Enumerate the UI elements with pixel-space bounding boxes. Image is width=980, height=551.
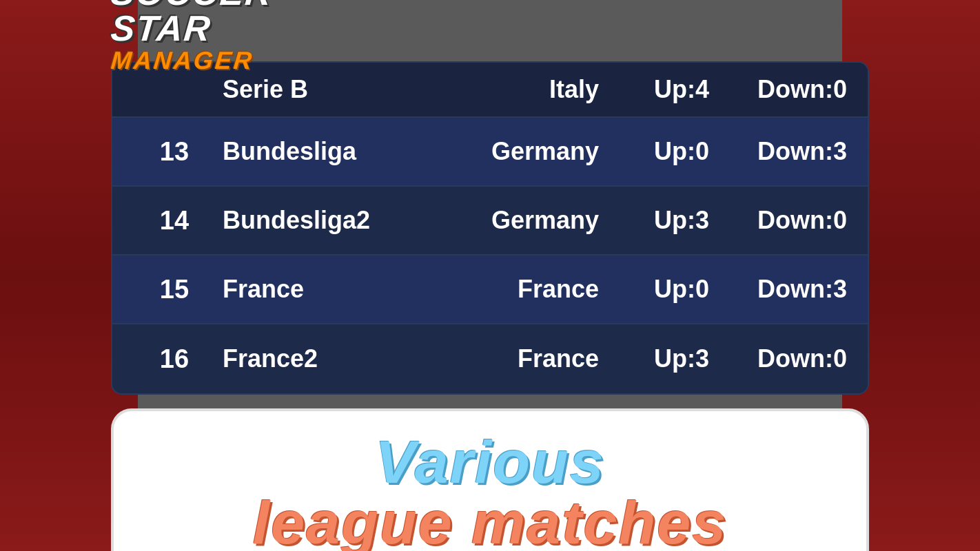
row-up: Up:0 (599, 137, 709, 166)
scene: SOCCER STAR MANAGER Serie B Italy Up:4 D… (0, 0, 980, 551)
header-country: Italy (447, 75, 599, 104)
row-up: Up:0 (599, 275, 709, 304)
table-row[interactable]: 14 Bundesliga2 Germany Up:3 Down:0 (112, 187, 868, 256)
row-up: Up:3 (599, 206, 709, 235)
header-up: Up:4 (599, 75, 709, 104)
row-country: France (447, 275, 599, 304)
header-down: Down:0 (709, 75, 847, 104)
row-country: France (447, 344, 599, 373)
row-league: France2 (216, 344, 447, 373)
row-number: 13 (133, 137, 216, 167)
row-number: 14 (133, 206, 216, 236)
row-down: Down:0 (709, 206, 847, 235)
row-down: Down:3 (709, 137, 847, 166)
banner-line2: league matches (141, 492, 839, 551)
logo-star: STAR (110, 10, 871, 46)
row-country: Germany (447, 206, 599, 235)
row-league: Bundesliga2 (216, 206, 447, 235)
row-down: Down:0 (709, 344, 847, 373)
row-country: Germany (447, 137, 599, 166)
header-league: Serie B (223, 75, 447, 104)
banner-line1: Various (141, 432, 839, 492)
logo: SOCCER STAR MANAGER (111, 0, 869, 75)
logo-manager: MANAGER (110, 46, 870, 75)
logo-soccer: SOCCER (110, 0, 871, 10)
table-row[interactable]: 13 Bundesliga Germany Up:0 Down:3 (112, 118, 868, 187)
table-row[interactable]: 16 France2 France Up:3 Down:0 (112, 324, 868, 393)
main-panel: SOCCER STAR MANAGER Serie B Italy Up:4 D… (111, 0, 869, 551)
league-table: Serie B Italy Up:4 Down:0 13 Bundesliga … (111, 61, 869, 395)
row-league: Bundesliga (216, 137, 447, 166)
bottom-banner: Various league matches (111, 408, 869, 551)
row-league: France (216, 275, 447, 304)
row-number: 15 (133, 275, 216, 304)
table-row[interactable]: 15 France France Up:0 Down:3 (112, 256, 868, 324)
row-down: Down:3 (709, 275, 847, 304)
row-up: Up:3 (599, 344, 709, 373)
row-number: 16 (133, 344, 216, 374)
